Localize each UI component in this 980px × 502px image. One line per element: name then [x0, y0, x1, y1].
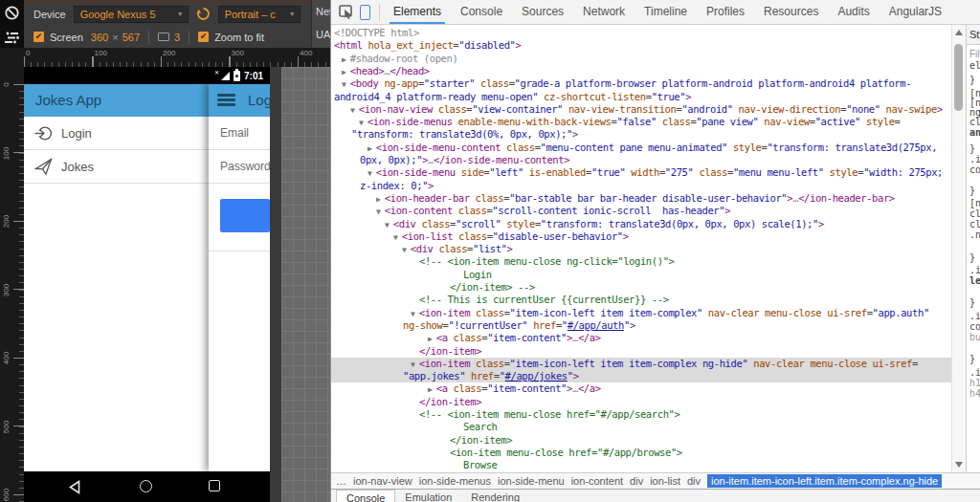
code-line[interactable]: <!-- <ion-item menu-close ng-click="logi…	[331, 255, 951, 268]
code-line[interactable]: <html hola_ext_inject="disabled">	[331, 39, 951, 52]
email-field[interactable]: Email	[209, 117, 270, 150]
code-line[interactable]: ▶ <ion-header-bar class="bar-stable bar …	[331, 192, 951, 205]
code-token: Search	[463, 421, 498, 432]
tab-console[interactable]: Console	[451, 0, 512, 24]
device-select[interactable]: Google Nexus 5 ▼	[74, 6, 189, 23]
code-line[interactable]: </ion-item>	[331, 345, 951, 358]
code-line[interactable]: ▶ <ion-side-menu-content class="menu-con…	[331, 142, 951, 154]
code-line[interactable]: </ion-item>	[331, 434, 951, 447]
breadcrumb-item[interactable]: ion-side-menus	[419, 475, 491, 487]
screen-width-value[interactable]: 360	[91, 32, 108, 43]
code-line[interactable]: ▼ <div class="scroll" style="transform: …	[331, 218, 951, 230]
breadcrumb-item-selected[interactable]: ion-item.item-icon-left.item.item-comple…	[707, 474, 942, 488]
code-line[interactable]: ▼ <ion-item class="item-icon-left item i…	[331, 358, 951, 370]
recents-icon[interactable]	[209, 480, 220, 491]
tab-angularjs[interactable]: AngularJS	[880, 0, 951, 24]
devtools-toolbar: ElementsConsoleSourcesNetworkTimelinePro…	[331, 0, 980, 25]
code-line[interactable]: </ion-item>	[331, 396, 951, 408]
network-throttle-icon[interactable]	[4, 30, 20, 46]
ua-label[interactable]: UA	[316, 29, 330, 40]
inspect-element-icon[interactable]	[339, 5, 353, 19]
breadcrumb-item[interactable]: ion-list	[650, 475, 680, 487]
sidebar-item-login[interactable]: Login	[24, 117, 209, 150]
menu-hamburger-icon[interactable]	[217, 94, 235, 107]
block-icon[interactable]	[4, 5, 20, 21]
scrollbar-thumb[interactable]	[954, 44, 963, 111]
rotate-device-icon[interactable]	[196, 7, 211, 21]
zoom-to-fit-checkbox[interactable]: ✔	[198, 32, 209, 42]
breadcrumb-item[interactable]: div	[687, 475, 701, 487]
breadcrumb-item[interactable]: …	[336, 475, 346, 487]
tab-profiles[interactable]: Profiles	[697, 0, 754, 24]
code-token: class	[454, 382, 482, 394]
code-line[interactable]: ▼ <ion-item class="item-icon-left item i…	[331, 307, 951, 319]
code-line[interactable]: "app.jokes" href="#/app/jokes">	[331, 370, 951, 382]
code-line[interactable]: ▶ <a class="item-content">…</a>	[331, 382, 951, 395]
code-token: "android"	[681, 103, 732, 115]
code-token: nav-view-transition	[563, 103, 676, 115]
code-token: <ion-side-menu-content	[376, 142, 506, 153]
devtools-tabs: ElementsConsoleSourcesNetworkTimelinePro…	[384, 0, 951, 24]
toggle-device-mode-icon[interactable]	[360, 5, 370, 20]
elements-scrollbar[interactable]	[951, 25, 966, 472]
code-token: </ion-item>	[419, 345, 481, 357]
code-line[interactable]: ▼ <ion-list class="disable-user-behavior…	[331, 230, 951, 243]
breadcrumb-item[interactable]: ion-nav-view	[353, 475, 412, 487]
scroll-down-arrow-icon[interactable]	[955, 462, 963, 468]
home-icon[interactable]	[140, 480, 152, 492]
code-line[interactable]: "transform: translate3d(0%, 0px, 0px);">	[331, 128, 951, 141]
code-token: class	[438, 243, 467, 254]
tab-network[interactable]: Network	[573, 0, 635, 24]
orientation-select[interactable]: Portrait – c ▼	[218, 6, 301, 23]
code-line[interactable]: android4_4 platform-ready menu-open" cz-…	[331, 91, 951, 103]
code-line[interactable]: <!-- This is currentUser {{currentUser}}…	[331, 294, 951, 306]
code-line[interactable]: ▶ <head>…</head>	[331, 65, 951, 77]
code-line[interactable]: ▶ <a class="item-content">…</a>	[331, 332, 951, 344]
chevron-down-icon: ▼	[177, 11, 184, 17]
sidebar-item-jokes[interactable]: Jokes	[24, 150, 209, 184]
login-submit-button[interactable]	[220, 199, 270, 232]
breadcrumb-item[interactable]: div	[630, 475, 643, 487]
code-line[interactable]: ng-show="!currentUser" href="#/app/auth"…	[331, 319, 951, 332]
styles-filter[interactable]: Filter	[969, 49, 980, 59]
breadcrumb-item[interactable]: ion-side-menu	[498, 475, 565, 487]
dpr-value[interactable]: 3	[174, 32, 180, 43]
code-line[interactable]: 0px, 0px);">…</ion-side-menu-content>	[331, 154, 951, 166]
tab-sources[interactable]: Sources	[512, 0, 573, 24]
tab-timeline[interactable]: Timeline	[635, 0, 697, 24]
code-line[interactable]: </ion-item> -->	[331, 281, 951, 294]
tab-elements[interactable]: Elements	[384, 0, 451, 24]
ruler-label: 400	[300, 49, 312, 57]
back-icon[interactable]	[69, 480, 80, 494]
code-line[interactable]: <ion-item menu-close href="#/app/browse"…	[331, 447, 951, 459]
ruler-label: 400	[2, 344, 11, 373]
code-line[interactable]: ▼ <ion-nav-view class="view-container" n…	[331, 103, 951, 116]
tab-resources[interactable]: Resources	[754, 0, 828, 24]
drawer-tab-console[interactable]: Console	[336, 490, 395, 502]
code-line[interactable]: z-index: 0;">	[331, 180, 951, 192]
code-token: android4_4 platform-ready menu-open"	[334, 91, 538, 102]
tab-audits[interactable]: Audits	[828, 0, 879, 24]
code-line[interactable]: ▼ <body ng-app="starter" class="grade-a …	[331, 77, 951, 90]
code-line[interactable]: Search	[331, 421, 951, 433]
code-line[interactable]: ▼ <ion-side-menus enable-menu-with-back-…	[331, 116, 951, 128]
code-line[interactable]: Login	[331, 269, 951, 281]
drawer-tab-rendering[interactable]: Rendering	[461, 490, 529, 502]
password-field[interactable]: Password	[209, 150, 270, 184]
code-line[interactable]: Browse	[331, 459, 951, 471]
css-rule-fragment: .it	[969, 265, 980, 275]
code-line[interactable]: ▶ #shadow-root (open)	[331, 53, 951, 65]
code-token: 0px, 0px);"	[360, 154, 422, 165]
code-line[interactable]: ▼ <ion-content class="scroll-content ion…	[331, 205, 951, 217]
screen-height-value[interactable]: 567	[122, 32, 140, 43]
drawer-tab-emulation[interactable]: Emulation	[395, 490, 461, 502]
tab-styles[interactable]: Styles	[967, 25, 980, 45]
code-line[interactable]: <!-- <ion-item menu-close href="#/app/se…	[331, 408, 951, 421]
scroll-up-arrow-icon[interactable]	[955, 30, 963, 35]
code-line[interactable]: ▼ <div class="list">	[331, 243, 951, 255]
breadcrumb-item[interactable]: ion-content	[571, 475, 623, 487]
network-label[interactable]: Network	[316, 6, 330, 17]
code-line[interactable]: ▼ <ion-side-menu side="left" is-enabled=…	[331, 166, 951, 179]
screen-checkbox[interactable]: ✔	[33, 32, 44, 42]
code-line[interactable]: <!DOCTYPE html>	[331, 27, 951, 39]
